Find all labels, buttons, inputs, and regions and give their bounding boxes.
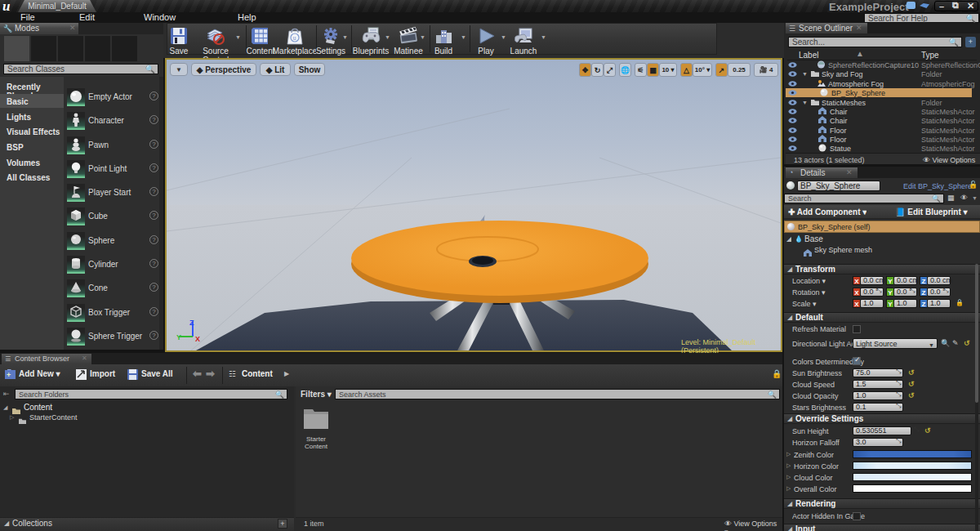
svg-text:Y: Y <box>176 333 181 341</box>
svg-text:Z: Z <box>189 319 194 327</box>
svg-text:u: u <box>293 34 296 42</box>
svg-text:X: X <box>195 335 200 343</box>
svg-text:+: + <box>7 371 11 379</box>
